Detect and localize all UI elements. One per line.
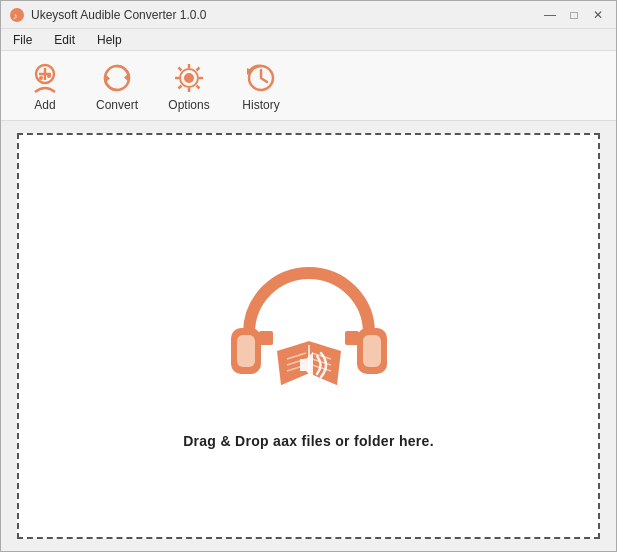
title-text: Ukeysoft Audible Converter 1.0.0 — [31, 8, 206, 22]
close-button[interactable]: ✕ — [588, 5, 608, 25]
convert-icon — [99, 60, 135, 96]
title-bar: ♪ Ukeysoft Audible Converter 1.0.0 — □ ✕ — [1, 1, 616, 29]
svg-point-6 — [47, 74, 51, 78]
menu-file[interactable]: File — [7, 31, 38, 49]
add-label: Add — [34, 98, 55, 112]
svg-marker-9 — [105, 74, 110, 83]
svg-point-5 — [39, 76, 43, 80]
svg-point-10 — [184, 73, 194, 83]
title-bar-left: ♪ Ukeysoft Audible Converter 1.0.0 — [9, 7, 206, 23]
convert-label: Convert — [96, 98, 138, 112]
svg-rect-18 — [259, 331, 273, 345]
drop-zone-icon — [209, 223, 409, 423]
app-window: ♪ Ukeysoft Audible Converter 1.0.0 — □ ✕… — [0, 0, 617, 552]
options-icon — [171, 60, 207, 96]
svg-rect-19 — [345, 331, 359, 345]
options-label: Options — [168, 98, 209, 112]
menu-bar: File Edit Help — [1, 29, 616, 51]
menu-edit[interactable]: Edit — [48, 31, 81, 49]
options-button[interactable]: Options — [155, 56, 223, 116]
main-content: Drag & Drop aax files or folder here. — [1, 121, 616, 551]
svg-text:♪: ♪ — [13, 11, 18, 21]
minimize-button[interactable]: — — [540, 5, 560, 25]
drop-zone[interactable]: Drag & Drop aax files or folder here. — [17, 133, 600, 539]
toolbar: Add Convert — [1, 51, 616, 121]
svg-marker-8 — [124, 73, 129, 82]
title-bar-controls: — □ ✕ — [540, 5, 608, 25]
app-icon: ♪ — [9, 7, 25, 23]
convert-button[interactable]: Convert — [83, 56, 151, 116]
menu-help[interactable]: Help — [91, 31, 128, 49]
add-icon — [27, 60, 63, 96]
svg-rect-17 — [363, 335, 381, 367]
history-button[interactable]: History — [227, 56, 295, 116]
history-icon — [243, 60, 279, 96]
drop-zone-text: Drag & Drop aax files or folder here. — [183, 433, 434, 449]
history-label: History — [242, 98, 279, 112]
add-button[interactable]: Add — [11, 56, 79, 116]
maximize-button[interactable]: □ — [564, 5, 584, 25]
svg-rect-15 — [237, 335, 255, 367]
